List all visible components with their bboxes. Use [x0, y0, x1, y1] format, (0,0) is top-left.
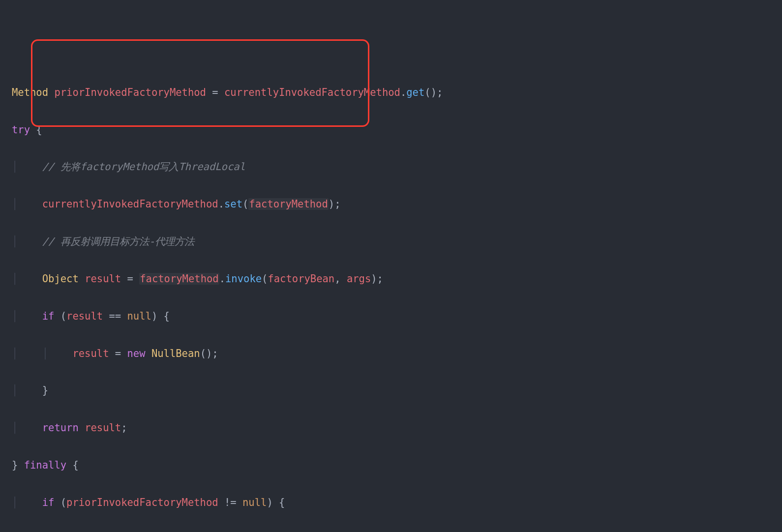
code-line-3: │ // 先将factoryMethod写入ThreadLocal [12, 158, 773, 177]
code-line-1: Method priorInvokedFactoryMethod = curre… [12, 84, 773, 102]
code-editor[interactable]: Method priorInvokedFactoryMethod = curre… [12, 84, 773, 532]
code-line-12: │ if (priorInvokedFactoryMethod != null)… [12, 494, 773, 512]
code-line-2: try { [12, 121, 773, 140]
code-line-4: │ currentlyInvokedFactoryMethod.set(fact… [12, 195, 773, 214]
code-line-11: } finally { [12, 456, 773, 475]
code-line-9: │ } [12, 382, 773, 400]
code-line-10: │ return result; [12, 419, 773, 438]
code-line-7: │ if (result == null) { [12, 307, 773, 326]
code-line-6: │ Object result = factoryMethod.invoke(f… [12, 270, 773, 289]
code-line-5: │ // 再反射调用目标方法-代理方法 [12, 233, 773, 251]
code-line-8: │ │ result = new NullBean(); [12, 345, 773, 363]
